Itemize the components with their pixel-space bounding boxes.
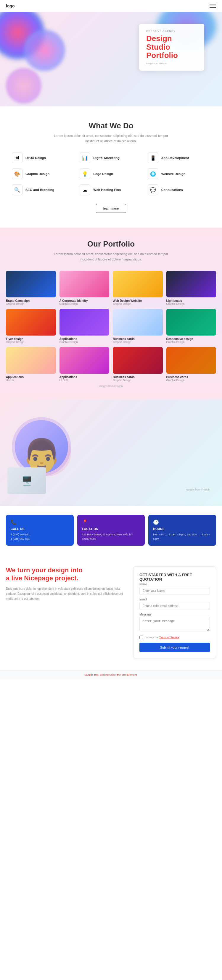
portfolio-item[interactable]: Flyer design Graphic Design bbox=[6, 309, 56, 344]
portfolio-thumb-content bbox=[6, 347, 56, 374]
portfolio-grid: Brand Campaign Graphic Design A Corporat… bbox=[6, 271, 216, 382]
service-icon: 💬 bbox=[148, 185, 158, 195]
blob-2 bbox=[24, 30, 65, 71]
service-item: 💬 Consultations bbox=[148, 185, 210, 195]
portfolio-thumbnail bbox=[166, 309, 216, 336]
hamburger-menu[interactable] bbox=[209, 4, 216, 8]
terms-check: I accept the Terms of Service bbox=[139, 636, 210, 639]
contact-card-icon: 📞 bbox=[11, 519, 69, 525]
service-label: Website Design bbox=[161, 172, 185, 176]
logo: logo bbox=[6, 3, 15, 8]
services-grid: 🖥 UI/UX Design 📊 Digital Marketing 📱 App… bbox=[12, 153, 210, 195]
learn-more-button[interactable]: learn more bbox=[96, 204, 126, 213]
portfolio-thumb-content bbox=[166, 271, 216, 298]
terms-checkbox[interactable] bbox=[139, 636, 143, 639]
portfolio-item-category: Graphic Design bbox=[166, 379, 216, 382]
hero-section: CREATIVE AGENCY Design Studio Portfolio … bbox=[0, 12, 222, 107]
portfolio-item-name: Responsive design bbox=[166, 337, 216, 340]
service-item: ☁ Web Hosting Plus bbox=[80, 185, 142, 195]
portfolio-thumb-content bbox=[6, 309, 56, 336]
service-label: App Development bbox=[161, 156, 189, 160]
contact-card: 📞 CALL US 1 (234) 567-8911 (234) 567-634 bbox=[6, 515, 74, 546]
portfolio-thumbnail bbox=[6, 309, 56, 336]
portfolio-item-category: Graphic Design bbox=[113, 340, 163, 344]
service-item: 🖥 UI/UX Design bbox=[12, 153, 74, 163]
portfolio-item[interactable]: Applications UI / UX bbox=[6, 347, 56, 382]
service-label: Logo Design bbox=[93, 172, 113, 176]
name-input[interactable] bbox=[139, 587, 210, 595]
hero-image-note: Image from Freepik bbox=[146, 62, 197, 65]
promo-tagline: We turn your design into a live Nicepage… bbox=[6, 566, 124, 582]
portfolio-item-category: Graphic Design bbox=[6, 302, 56, 305]
contact-card-title: CALL US bbox=[11, 527, 69, 531]
portfolio-thumb-content bbox=[113, 309, 163, 336]
service-icon: 🔍 bbox=[12, 185, 22, 195]
portfolio-thumb-content bbox=[59, 309, 110, 336]
portfolio-thumbnail bbox=[6, 347, 56, 374]
portfolio-item[interactable]: Responsive design Graphic Design bbox=[166, 309, 216, 344]
header: logo bbox=[0, 0, 222, 12]
portfolio-item[interactable]: Brand Campaign Graphic Design bbox=[6, 271, 56, 305]
contact-section: 📞 CALL US 1 (234) 567-8911 (234) 567-634… bbox=[0, 506, 222, 555]
portfolio-item-name: Applications bbox=[6, 375, 56, 379]
footer-bar: Sample text. Click to select the Text El… bbox=[0, 670, 222, 679]
service-icon: 🎨 bbox=[12, 169, 22, 179]
form-title: GET STARTED WITH A FREE QUOTATION bbox=[139, 573, 210, 582]
portfolio-item-category: Graphic Design bbox=[166, 340, 216, 344]
portfolio-title: Our Portfolio bbox=[6, 239, 216, 249]
contact-card-text: Mon – Fri .... 11 am – 8 pm, Sat, Sun ..… bbox=[153, 533, 211, 541]
form-section: We turn your design into a live Nicepage… bbox=[0, 555, 222, 670]
service-label: Graphic Design bbox=[26, 172, 50, 176]
contact-card: 🕐 HOURS Mon – Fri .... 11 am – 8 pm, Sat… bbox=[148, 515, 216, 546]
contact-card-icon: 📍 bbox=[82, 519, 140, 525]
submit-button[interactable]: Submit your request bbox=[139, 643, 210, 652]
portfolio-item[interactable]: Business cards Graphic Design bbox=[113, 347, 163, 382]
contact-card: 📍 LOCATION 121 Rock Street, 21 Avenue, N… bbox=[77, 515, 145, 546]
footer-text[interactable]: Sample text. Click to select the Text El… bbox=[85, 673, 137, 676]
portfolio-item-name: A Corporate Identity bbox=[59, 299, 110, 302]
contact-card-title: LOCATION bbox=[82, 527, 140, 531]
portfolio-thumbnail bbox=[59, 271, 110, 298]
portfolio-item[interactable]: Business cards Graphic Design bbox=[166, 347, 216, 382]
services-title: What We Do bbox=[12, 121, 210, 130]
message-input[interactable] bbox=[139, 617, 210, 632]
terms-link[interactable]: Terms of Service bbox=[159, 636, 179, 639]
portfolio-thumbnail bbox=[166, 271, 216, 298]
service-item: 📱 App Development bbox=[148, 153, 210, 163]
portfolio-item-name: Business cards bbox=[166, 375, 216, 379]
email-input[interactable] bbox=[139, 602, 210, 610]
portfolio-item[interactable]: Applications UI / UX bbox=[59, 347, 110, 382]
service-icon: ☁ bbox=[80, 185, 90, 195]
portfolio-item[interactable]: Lightboxes Graphic Design bbox=[166, 271, 216, 305]
portfolio-item[interactable]: A Corporate Identity Graphic Design bbox=[59, 271, 110, 305]
portfolio-item-category: Graphic Design bbox=[113, 302, 163, 305]
service-item: 🌐 Website Design bbox=[148, 169, 210, 179]
portfolio-item-category: UI / UX bbox=[6, 379, 56, 382]
portfolio-section: Our Portfolio Lorem ipsum dolor sit amet… bbox=[0, 228, 222, 399]
name-label: Name bbox=[139, 583, 210, 586]
hero-subtitle: CREATIVE AGENCY bbox=[146, 30, 197, 32]
portfolio-thumbnail bbox=[113, 347, 163, 374]
contact-card-text: 121 Rock Street, 21 Avenue, New York, NY… bbox=[82, 533, 140, 541]
portfolio-thumb-content bbox=[166, 309, 216, 336]
service-label: Digital Marketing bbox=[93, 156, 120, 160]
promo-description: Duis aute irure dolor in reprehenderit i… bbox=[6, 586, 124, 601]
portfolio-thumbnail bbox=[6, 271, 56, 298]
portfolio-item[interactable]: Applications Graphic Design bbox=[59, 309, 110, 344]
portfolio-item-name: Brand Campaign bbox=[6, 299, 56, 302]
portfolio-item[interactable]: Business cards Graphic Design bbox=[113, 309, 163, 344]
desk-image: 🖥️ bbox=[7, 468, 46, 494]
portfolio-thumb-content bbox=[59, 271, 110, 298]
portfolio-thumbnail bbox=[113, 309, 163, 336]
service-label: Consultations bbox=[161, 188, 183, 192]
portfolio-item-name: Business cards bbox=[113, 337, 163, 340]
portfolio-item-name: Business cards bbox=[113, 375, 163, 379]
portfolio-item[interactable]: Web Design Website Graphic Design bbox=[113, 271, 163, 305]
portfolio-thumb-content bbox=[6, 271, 56, 298]
quote-form: GET STARTED WITH A FREE QUOTATION Name E… bbox=[133, 566, 216, 659]
person-photo: 👨 bbox=[15, 420, 68, 473]
portfolio-item-name: Applications bbox=[59, 375, 110, 379]
portfolio-thumbnail bbox=[113, 271, 163, 298]
portfolio-thumbnail bbox=[59, 309, 110, 336]
portfolio-thumb-content bbox=[166, 347, 216, 374]
